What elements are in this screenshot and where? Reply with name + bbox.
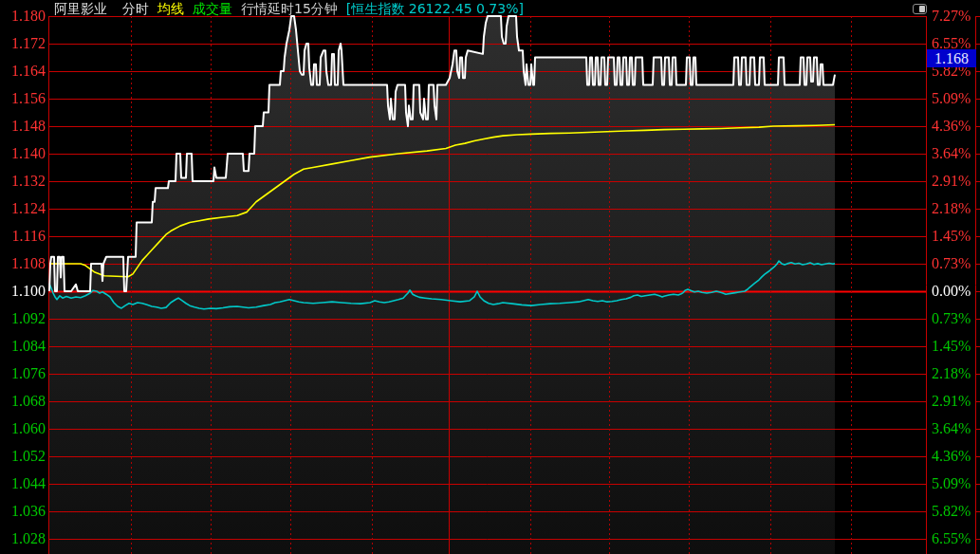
price-axis-label: 1.052 [0,449,46,464]
price-axis-label: 1.140 [0,146,46,161]
intraday-chart-app: 阿里影业 分时 均线 成交量 行情延时15分钟 [恒生指数 26122.45 0… [0,0,980,554]
price-axis-label: 1.028 [0,531,46,546]
price-axis-label: 1.100 [0,284,46,299]
toggle-volume[interactable]: 成交量 [193,1,232,16]
percent-axis-label: 2.18% [932,366,971,381]
percent-axis-label: 4.36% [932,449,971,464]
panel-toggle-icon-fill [919,6,925,12]
percent-axis-label: 5.09% [932,91,971,106]
price-axis-label: 1.156 [0,91,46,106]
price-axis-label: 1.076 [0,366,46,381]
percent-axis-label: 2.91% [932,394,971,409]
quote-delay-note: 行情延时15分钟 [241,1,338,16]
percent-axis-label: 0.73% [932,311,971,326]
tab-timeline[interactable]: 分时 [122,1,149,16]
panel-toggle-icon[interactable] [913,4,927,14]
percent-axis-label: 0.00% [932,284,971,299]
price-axis-label: 1.172 [0,36,46,51]
percent-axis-label: 2.18% [932,201,971,216]
price-axis-label: 1.084 [0,339,46,354]
percent-axis-label: 3.64% [932,421,971,436]
intraday-chart-canvas[interactable] [0,0,980,554]
current-price-tag: 1.168 [927,49,976,67]
percent-axis-label: 6.55% [932,531,971,546]
percent-axis-label: 1.45% [932,339,971,354]
price-axis-label: 1.164 [0,64,46,79]
stock-name[interactable]: 阿里影业 [54,1,107,16]
price-axis-label: 1.036 [0,504,46,519]
percent-axis-label: 0.73% [932,256,971,271]
price-axis-label: 1.148 [0,119,46,134]
percent-axis-label: 5.09% [932,476,971,491]
percent-axis-label: 7.27% [932,9,971,24]
price-axis-label: 1.124 [0,201,46,216]
percent-axis-label: 1.45% [932,229,971,244]
price-axis-label: 1.116 [0,229,46,244]
price-axis-label: 1.044 [0,476,46,491]
percent-axis-label: 2.91% [932,174,971,189]
percent-axis-label: 4.36% [932,119,971,134]
percent-axis-label: 5.82% [932,504,971,519]
price-axis-label: 1.060 [0,421,46,436]
toggle-ma-line[interactable]: 均线 [157,1,184,16]
price-axis-label: 1.108 [0,256,46,271]
hang-seng-index-info[interactable]: [恒生指数 26122.45 0.73%] [346,1,524,16]
price-axis-label: 1.092 [0,311,46,326]
price-axis-label: 1.068 [0,394,46,409]
price-axis-label: 1.132 [0,174,46,189]
price-axis-label: 1.180 [0,9,46,24]
chart-header: 阿里影业 分时 均线 成交量 行情延时15分钟 [恒生指数 26122.45 0… [54,1,532,16]
percent-axis-label: 3.64% [932,146,971,161]
